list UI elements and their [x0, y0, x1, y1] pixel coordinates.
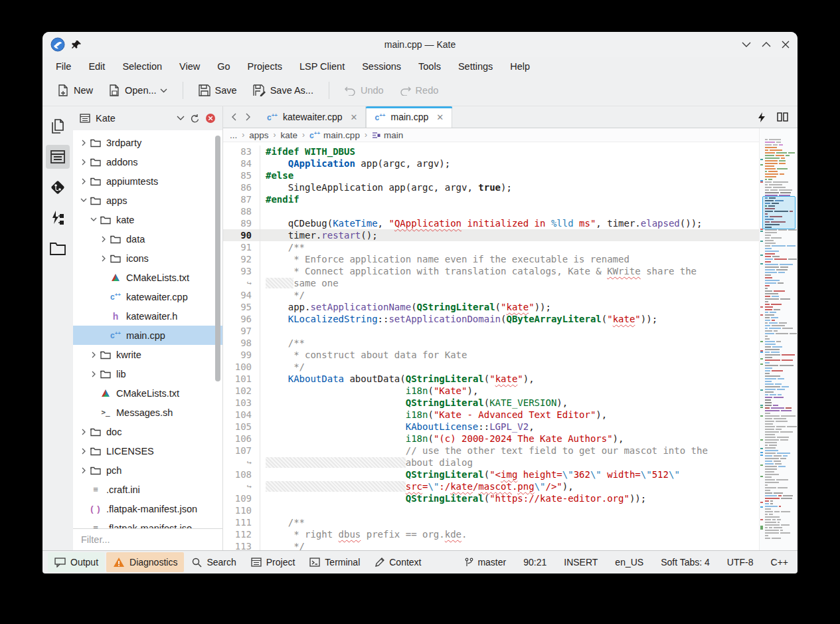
tree-item-lib[interactable]: lib	[73, 364, 222, 383]
code-line-90[interactable]: 90 timer.restart();	[223, 229, 759, 241]
expand-arrow-icon[interactable]	[98, 255, 109, 262]
statusbar-toggle-context[interactable]: Context	[368, 552, 428, 572]
expand-arrow-icon[interactable]	[78, 178, 89, 185]
menu-sessions[interactable]: Sessions	[362, 61, 401, 72]
expand-arrow-icon[interactable]	[78, 140, 89, 146]
close-red-icon[interactable]	[205, 113, 216, 124]
statusbar-en-us[interactable]: en_US	[615, 557, 643, 568]
code-line-89[interactable]: 89 qCDebug(KateTime, "QApplication initi…	[223, 217, 759, 229]
code-editor[interactable]: 83#ifdef WITH_DBUS84 QApplication app(ar…	[223, 142, 759, 550]
code-line-103[interactable]: 103 QStringLiteral(KATE_VERSION),	[223, 397, 759, 409]
code-line-↪[interactable]: ↪ about dialog	[223, 457, 759, 468]
code-line-95[interactable]: 95 app.setApplicationName(QStringLiteral…	[223, 301, 759, 313]
tree-item-.flatpak-manifest.jso[interactable]: ≡.flatpak-manifest.jso	[73, 518, 222, 528]
chevron-down-icon[interactable]	[177, 116, 185, 121]
code-line-97[interactable]: 97	[223, 325, 759, 337]
code-line-101[interactable]: 101 KAboutData aboutData(QStringLiteral(…	[223, 373, 759, 385]
maximize-button[interactable]	[762, 41, 771, 48]
code-line-111[interactable]: 111 /**	[223, 516, 759, 528]
tree-item-cmakelists.txt[interactable]: CMakeLists.txt	[73, 383, 222, 403]
tree-item-messages.sh[interactable]: >_Messages.sh	[73, 403, 222, 422]
menu-selection[interactable]: Selection	[122, 61, 162, 72]
code-line-85[interactable]: 85#else	[223, 169, 759, 181]
save-as-button[interactable]: Save As...	[247, 80, 319, 101]
expand-arrow-icon[interactable]	[98, 236, 109, 243]
menu-file[interactable]: File	[56, 61, 71, 72]
statusbar-toggle-terminal[interactable]: Terminal	[303, 552, 367, 572]
tab-main.cpp[interactable]: c++main.cpp✕	[366, 106, 452, 128]
code-line-84[interactable]: 84 QApplication app(argc, argv);	[223, 157, 759, 169]
tree-item-licenses[interactable]: LICENSES	[73, 441, 222, 461]
tree-item-doc[interactable]: doc	[73, 422, 222, 441]
undo-button[interactable]: Undo	[339, 80, 390, 100]
code-line-99[interactable]: 99 * construct about data for Kate	[223, 349, 759, 361]
quick-open-icon[interactable]	[758, 112, 765, 122]
menu-go[interactable]: Go	[217, 61, 230, 72]
statusbar-utf-8[interactable]: UTF-8	[727, 557, 754, 568]
code-line-98[interactable]: 98 /**	[223, 337, 759, 349]
tab-close-icon[interactable]: ✕	[434, 112, 444, 122]
code-line-113[interactable]: 113 */	[223, 540, 759, 550]
menu-tools[interactable]: Tools	[418, 61, 441, 72]
breadcrumb-kate[interactable]: kate	[281, 130, 298, 140]
dock-git-icon[interactable]	[46, 175, 70, 199]
code-line-94[interactable]: 94 */	[223, 289, 759, 301]
open-button[interactable]: Open...	[103, 80, 173, 101]
tree-item-data[interactable]: data	[73, 229, 222, 249]
new-button[interactable]: New	[52, 80, 99, 101]
code-line-86[interactable]: 86 SingleApplication app(argc, argv, tru…	[223, 181, 759, 193]
minimap-viewport[interactable]	[762, 196, 796, 229]
code-line-↪[interactable]: ↪ src=\":/kate/mascot.png\"/>"),	[223, 480, 759, 492]
code-line-87[interactable]: 87#endif	[223, 193, 759, 205]
tree-item-kate[interactable]: kate	[73, 210, 222, 229]
menu-view[interactable]: View	[179, 61, 200, 72]
code-line-106[interactable]: 106 i18n("(c) 2000-2024 The Kate Authors…	[223, 433, 759, 445]
code-line-83[interactable]: 83#ifdef WITH_DBUS	[223, 146, 759, 157]
code-line-108[interactable]: 108 QStringLiteral("<img height=\"362\" …	[223, 468, 759, 480]
code-line-91[interactable]: 91 /**	[223, 241, 759, 253]
tab-prev-icon[interactable]	[231, 113, 236, 121]
code-line-88[interactable]: 88	[223, 205, 759, 217]
code-line-104[interactable]: 104 i18n("Kate - Advanced Text Editor"),	[223, 409, 759, 421]
tree-item-kwrite[interactable]: kwrite	[73, 345, 222, 364]
tree-item-addons[interactable]: addons	[73, 152, 222, 171]
tree-item-apps[interactable]: apps	[73, 191, 222, 210]
breadcrumb--[interactable]: ...	[230, 130, 237, 140]
menu-edit[interactable]: Edit	[88, 61, 105, 72]
collapse-arrow-icon[interactable]	[88, 217, 99, 222]
tree-item-katewaiter.cpp[interactable]: c++katewaiter.cpp	[73, 287, 222, 306]
tree-item-.craft.ini[interactable]: ≡.craft.ini	[73, 480, 222, 499]
tree-item-icons[interactable]: icons	[73, 249, 222, 268]
minimize-button[interactable]	[742, 41, 751, 48]
tree-item-pch[interactable]: pch	[73, 461, 222, 480]
code-line-↪[interactable]: ↪ same one	[223, 277, 759, 289]
statusbar-toggle-project[interactable]: Project	[244, 552, 302, 572]
expand-arrow-icon[interactable]	[78, 467, 89, 474]
code-line-105[interactable]: 105 KAboutLicense::LGPL_V2,	[223, 421, 759, 433]
code-line-93[interactable]: 93 * Connect application with translatio…	[223, 265, 759, 277]
pin-icon[interactable]	[72, 39, 82, 50]
code-line-102[interactable]: 102 i18n("Kate"),	[223, 385, 759, 397]
tree-item-cmakelists.txt[interactable]: CMakeLists.txt	[73, 268, 222, 287]
code-line-112[interactable]: 112 * right dbus prefix == org.kde.	[223, 528, 759, 540]
code-line-110[interactable]: 110	[223, 504, 759, 516]
minimap-column[interactable]	[759, 128, 798, 550]
breadcrumb-main-cpp[interactable]: c++main.cpp	[309, 130, 360, 140]
tree-scrollbar[interactable]	[215, 136, 220, 381]
code-line-109[interactable]: 109 QStringLiteral("https://kate-editor.…	[223, 492, 759, 504]
dock-documents-icon[interactable]	[46, 114, 70, 138]
statusbar-toggle-output[interactable]: Output	[48, 552, 105, 572]
statusbar-toggle-search[interactable]: Search	[185, 552, 242, 572]
expand-arrow-icon[interactable]	[88, 371, 99, 377]
dock-filesystem-icon[interactable]	[46, 237, 70, 260]
dock-projects-icon[interactable]	[46, 145, 70, 169]
tree-item-appiumtests[interactable]: appiumtests	[73, 171, 222, 191]
menu-lsp-client[interactable]: LSP Client	[299, 61, 345, 72]
statusbar-90-21[interactable]: 90:21	[523, 557, 546, 568]
tree-item-katewaiter.h[interactable]: hkatewaiter.h	[73, 306, 222, 326]
titlebar[interactable]: main.cpp — Kate	[42, 32, 798, 57]
code-line-100[interactable]: 100 */	[223, 361, 759, 373]
expand-arrow-icon[interactable]	[78, 159, 89, 165]
save-button[interactable]: Save	[193, 80, 243, 101]
expand-arrow-icon[interactable]	[78, 429, 89, 435]
